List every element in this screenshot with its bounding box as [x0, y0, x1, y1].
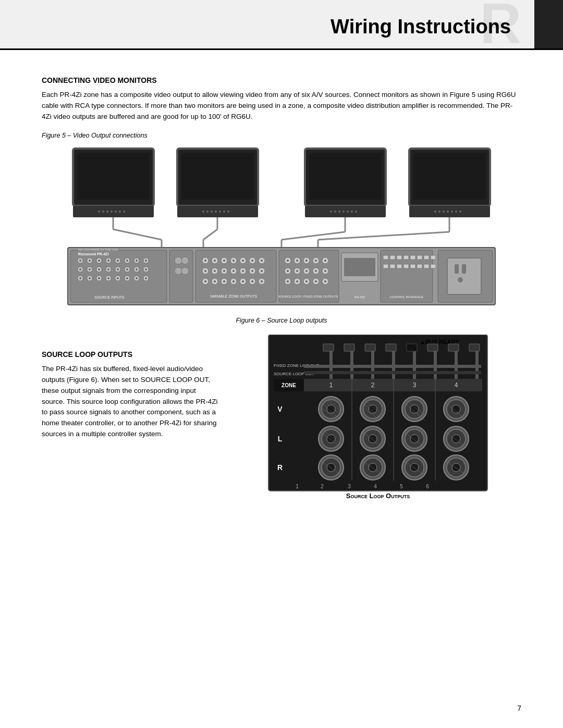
svg-text:R: R	[277, 463, 283, 472]
figure5-label: Figure 5 – Video Output connections	[42, 132, 521, 139]
svg-point-209	[458, 277, 463, 282]
svg-point-16	[215, 211, 217, 213]
svg-point-96	[98, 277, 100, 279]
svg-point-180	[315, 280, 317, 282]
svg-point-9	[123, 211, 125, 213]
section-video-monitors: CONNECTING VIDEO MONITORS Each PR-4Zi zo…	[42, 76, 521, 317]
svg-point-172	[324, 270, 326, 272]
svg-point-272	[327, 463, 335, 472]
svg-point-34	[438, 211, 440, 213]
svg-point-83	[126, 268, 128, 270]
svg-point-114	[223, 260, 225, 262]
svg-point-62	[79, 260, 81, 262]
svg-rect-11	[181, 153, 254, 200]
header-accent-bar	[534, 0, 563, 48]
svg-rect-1	[77, 153, 150, 200]
svg-point-28	[351, 211, 353, 213]
svg-point-37	[451, 211, 453, 213]
svg-point-182	[324, 280, 326, 282]
svg-rect-196	[383, 264, 388, 268]
svg-rect-309	[304, 365, 481, 368]
svg-rect-197	[390, 264, 395, 268]
svg-point-29	[355, 211, 357, 213]
svg-point-80	[98, 268, 100, 270]
svg-rect-192	[410, 255, 415, 260]
svg-point-38	[455, 211, 457, 213]
svg-point-7	[115, 211, 117, 213]
svg-text:5: 5	[400, 484, 403, 489]
svg-point-99	[126, 277, 128, 279]
svg-point-112	[214, 260, 216, 262]
svg-text:L: L	[278, 435, 283, 443]
svg-point-176	[296, 280, 298, 282]
svg-point-36	[447, 211, 449, 213]
svg-rect-206	[447, 258, 481, 294]
svg-point-160	[315, 260, 317, 262]
svg-point-106	[175, 267, 182, 275]
svg-point-85	[145, 268, 147, 270]
svg-point-134	[251, 270, 253, 272]
svg-point-23	[330, 211, 332, 213]
svg-text:2: 2	[321, 484, 324, 489]
svg-text:RS-232: RS-232	[354, 295, 365, 299]
svg-point-14	[206, 211, 209, 213]
svg-text:4: 4	[374, 484, 377, 489]
svg-point-27	[347, 211, 349, 213]
svg-text:1: 1	[329, 381, 333, 389]
figure6-diagram: ▲BUS READY FIXED ZONE LINE OUT SOURCE LO…	[235, 335, 521, 503]
svg-point-39	[459, 211, 461, 213]
svg-rect-21	[309, 153, 382, 200]
svg-rect-193	[417, 255, 422, 260]
svg-point-18	[223, 211, 225, 213]
svg-point-81	[107, 268, 109, 270]
svg-point-17	[219, 211, 221, 213]
svg-text:SOURCE INPUTS: SOURCE INPUTS	[94, 295, 125, 299]
svg-point-148	[251, 280, 253, 282]
svg-rect-194	[424, 255, 429, 260]
svg-point-126	[214, 270, 216, 272]
svg-point-68	[136, 260, 138, 262]
svg-point-156	[296, 260, 298, 262]
svg-point-144	[232, 280, 235, 282]
svg-text:SOURCE LOOP / FIXED ZONE OUTPU: SOURCE LOOP / FIXED ZONE OUTPUTS	[278, 295, 338, 298]
svg-point-107	[181, 267, 189, 275]
svg-point-101	[145, 277, 147, 279]
svg-point-130	[232, 270, 235, 272]
svg-point-138	[204, 280, 206, 282]
svg-point-15	[211, 211, 213, 213]
svg-text:Russound PR-4Zi: Russound PR-4Zi	[78, 252, 108, 256]
svg-rect-303	[365, 344, 375, 351]
main-content: CONNECTING VIDEO MONITORS Each PR-4Zi zo…	[0, 55, 563, 524]
svg-point-67	[126, 260, 128, 262]
svg-point-97	[107, 277, 109, 279]
svg-text:VARIABLE ZONE OUTPUTS: VARIABLE ZONE OUTPUTS	[210, 294, 258, 298]
svg-point-124	[204, 270, 206, 272]
svg-text:CONTROL INTERFACE: CONTROL INTERFACE	[390, 295, 423, 299]
svg-point-132	[242, 270, 244, 272]
svg-point-4	[102, 211, 104, 213]
svg-rect-307	[448, 344, 459, 351]
svg-point-158	[305, 260, 308, 262]
svg-point-66	[117, 260, 119, 262]
svg-point-78	[79, 268, 81, 270]
svg-rect-185	[344, 258, 375, 276]
section-heading-monitors: CONNECTING VIDEO MONITORS	[42, 76, 521, 84]
page-title: Wiring Instructions	[331, 16, 511, 38]
monitors-svg: SOURCE INPUTS	[42, 143, 521, 315]
svg-line-43	[203, 229, 217, 240]
svg-point-128	[223, 270, 225, 272]
svg-point-122	[261, 260, 263, 262]
svg-point-98	[117, 277, 119, 279]
svg-point-79	[89, 268, 91, 270]
svg-rect-31	[413, 153, 486, 200]
svg-point-178	[305, 280, 308, 282]
svg-rect-208	[462, 264, 466, 274]
svg-rect-301	[323, 344, 334, 351]
source-loop-section: SOURCE LOOP OUTPUTS The PR-4Zi has six b…	[42, 335, 521, 503]
svg-rect-22	[305, 206, 386, 217]
svg-rect-198	[397, 264, 402, 268]
svg-point-168	[305, 270, 308, 272]
svg-point-65	[107, 260, 109, 262]
svg-rect-308	[469, 344, 480, 351]
svg-point-164	[287, 270, 289, 272]
